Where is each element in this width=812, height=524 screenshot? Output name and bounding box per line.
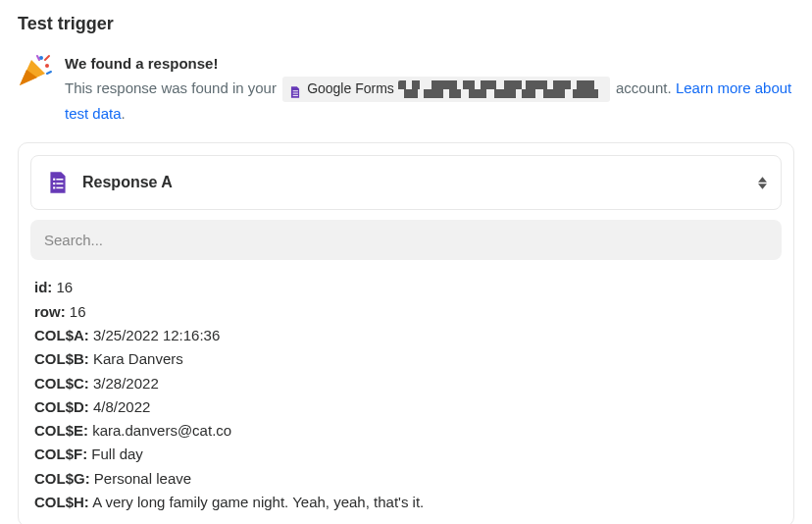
field-row: COL$A: 3/25/2022 12:16:36 [34,324,778,347]
account-service-name: Google Forms [307,79,394,100]
svg-line-5 [45,56,49,60]
search-input[interactable] [30,220,782,260]
svg-line-4 [37,56,39,60]
response-card: Response A id: 16row: 16COL$A: 3/25/2022… [18,142,794,524]
field-key: COL$E: [34,422,88,439]
field-key: COL$H: [34,494,89,510]
field-key: COL$C: [34,375,89,392]
svg-line-6 [47,72,51,74]
page-title: Test trigger [18,14,794,34]
svg-rect-9 [293,95,298,96]
found-response-title: We found a response! [65,52,794,75]
svg-rect-15 [56,187,63,189]
redacted-account-info [398,80,604,98]
field-row: COL$H: A very long family game night. Ye… [34,491,778,514]
found-response-period: . [122,105,126,122]
field-key: COL$F: [34,445,87,462]
svg-rect-10 [53,179,55,181]
found-response-prefix: This response was found in your [65,79,280,96]
field-value: Full day [87,445,143,462]
field-row: id: 16 [34,276,778,299]
google-forms-icon [45,170,71,195]
field-value: 3/25/2022 12:16:36 [89,327,220,343]
field-value: Kara Danvers [89,350,183,367]
svg-rect-14 [53,187,55,189]
field-key: id: [34,279,52,295]
field-value: kara.danvers@cat.co [88,422,231,439]
field-value: 3/28/2022 [89,375,159,392]
svg-rect-11 [56,179,63,181]
svg-rect-8 [293,93,298,94]
field-key: row: [34,303,66,320]
field-key: COL$B: [34,350,89,367]
party-popper-icon [18,52,53,87]
field-key: COL$D: [34,398,89,415]
svg-rect-12 [53,183,55,184]
field-row: COL$B: Kara Danvers [34,347,778,371]
field-key: COL$G: [34,470,90,487]
google-forms-icon [288,82,302,96]
field-value: 16 [52,279,73,295]
field-row: COL$C: 3/28/2022 [34,372,778,395]
account-pill: Google Forms [282,77,610,102]
svg-marker-16 [758,177,767,182]
field-row: row: 16 [34,300,778,324]
field-row: COL$E: kara.danvers@cat.co [34,419,778,443]
svg-point-3 [45,64,49,68]
response-fields: id: 16row: 16COL$A: 3/25/2022 12:16:36CO… [30,276,782,514]
svg-rect-7 [293,91,298,92]
field-value: Personal leave [90,470,191,487]
field-value: 16 [66,303,86,320]
found-response-suffix: account. [612,79,676,96]
field-row: COL$F: Full day [34,443,778,466]
field-value: A very long family game night. Yeah, yea… [89,494,424,510]
response-selector[interactable]: Response A [30,155,782,210]
field-row: COL$G: Personal leave [34,467,778,491]
response-title: Response A [82,174,746,191]
field-row: COL$D: 4/8/2022 [34,395,778,419]
field-key: COL$A: [34,327,89,343]
found-response-block: We found a response! This response was f… [18,52,794,125]
select-arrows-icon [758,177,767,189]
svg-marker-17 [758,183,767,188]
svg-rect-13 [56,183,63,185]
field-value: 4/8/2022 [89,398,151,415]
